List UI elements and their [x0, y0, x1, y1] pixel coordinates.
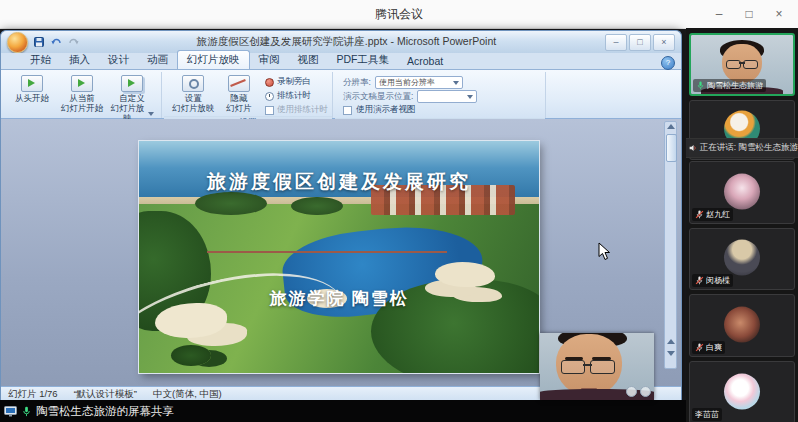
- overlay-control-icon: [626, 386, 637, 397]
- next-slide-button[interactable]: [666, 349, 675, 358]
- custom-slideshow-button[interactable]: 自定义 幻灯片放映: [107, 74, 157, 124]
- rehearse-timings-button[interactable]: 排练计时: [265, 90, 328, 102]
- presenter-view-checkbox[interactable]: 使用演示者视图: [343, 104, 537, 116]
- tab-animations[interactable]: 动画: [138, 51, 177, 69]
- slide[interactable]: 旅游度假区创建及发展研究 旅游学院 陶雪松: [139, 141, 539, 373]
- minimize-button[interactable]: –: [704, 0, 734, 28]
- save-icon[interactable]: [32, 35, 46, 49]
- office-button[interactable]: [7, 32, 28, 53]
- slide-subtitle: 旅游学院 陶雪松: [139, 287, 539, 310]
- mic-on-icon: [696, 81, 705, 90]
- participant-namebar: 白爽: [692, 341, 725, 354]
- participant-tile-tao[interactable]: 陶雪松生态旅游: [689, 33, 795, 96]
- scrollbar-thumb[interactable]: [666, 134, 677, 162]
- tab-view[interactable]: 视图: [289, 51, 328, 69]
- mic-muted-icon: [695, 343, 704, 352]
- ppt-close-button[interactable]: ×: [653, 34, 675, 51]
- avatar: [724, 173, 760, 209]
- speaking-indicator-icon: [689, 143, 697, 153]
- ppt-titlebar: 旅游度假区创建及发展研究学院讲座.pptx - Microsoft PowerP…: [1, 31, 681, 53]
- close-button[interactable]: ×: [764, 0, 794, 28]
- participant-namebar: 闵杨楪: [692, 274, 733, 287]
- monitor-icon: [4, 406, 17, 417]
- chevron-down-icon: [467, 95, 473, 99]
- tab-review[interactable]: 审阅: [250, 51, 289, 69]
- participant-tile-min[interactable]: 闵杨楪: [689, 228, 795, 290]
- tab-design[interactable]: 设计: [99, 51, 138, 69]
- avatar: [724, 373, 760, 409]
- speaking-banner: 正在讲话: 陶雪松生态旅游: [686, 138, 798, 158]
- redo-icon[interactable]: [66, 35, 80, 49]
- slide-number-indicator: 幻灯片 1/76: [8, 388, 58, 401]
- participant-tile-bai[interactable]: 白爽: [689, 294, 795, 357]
- glasses: [561, 360, 616, 371]
- meeting-titlebar: 腾讯会议 – □ ×: [0, 0, 798, 29]
- tab-home[interactable]: 开始: [21, 51, 60, 69]
- previous-slide-button[interactable]: [666, 337, 675, 346]
- maximize-button[interactable]: □: [734, 0, 764, 28]
- ribbon-tab-strip: 开始 插入 设计 动画 幻灯片放映 审阅 视图 PDF工具集 Acrobat ?: [1, 53, 681, 70]
- ribbon-group-start-slideshow: 从头开始 从当前 幻灯片开始 自定义 幻灯片放映 开始放映幻灯片: [3, 72, 162, 118]
- chevron-down-icon: [148, 112, 154, 116]
- slide-title: 旅游度假区创建及发展研究: [139, 169, 539, 195]
- mic-on-icon: [21, 406, 32, 417]
- design-template-indicator: “默认设计模板”: [74, 388, 137, 401]
- record-narration-button[interactable]: 录制旁白: [265, 76, 328, 88]
- slide-divider-line: [207, 251, 447, 253]
- show-on-label: 演示文稿显示位置:: [343, 91, 413, 103]
- share-banner-text: 陶雪松生态旅游的屏幕共享: [36, 404, 174, 419]
- record-icon: [265, 78, 274, 87]
- participant-namebar: 李苗苗: [692, 408, 722, 421]
- checkbox-icon: [343, 106, 352, 115]
- participant-tile-li[interactable]: 李苗苗: [689, 361, 795, 422]
- ppt-window-title: 旅游度假区创建及发展研究学院讲座.pptx - Microsoft PowerP…: [88, 35, 605, 49]
- ppt-minimize-button[interactable]: –: [605, 34, 627, 51]
- chevron-down-icon: [453, 81, 459, 85]
- clock-icon: [265, 92, 274, 101]
- ribbon: 从头开始 从当前 幻灯片开始 自定义 幻灯片放映 开始放映幻灯片: [1, 70, 681, 119]
- hide-slide-icon: [228, 75, 250, 92]
- participant-tile-zhao[interactable]: 赵九红: [689, 161, 795, 224]
- help-button[interactable]: ?: [661, 56, 675, 70]
- setup-slideshow-button[interactable]: 设置 幻灯片放映: [168, 74, 219, 115]
- slideshow-play-icon: [21, 75, 43, 92]
- checkbox-icon: [265, 106, 274, 115]
- scroll-up-icon: [667, 124, 675, 129]
- custom-slideshow-icon: [121, 75, 143, 92]
- tab-acrobat[interactable]: Acrobat: [398, 53, 452, 69]
- quick-access-toolbar: [32, 35, 80, 49]
- meeting-window-controls: – □ ×: [704, 0, 794, 28]
- avatar: [724, 240, 760, 276]
- ppt-restore-button[interactable]: □: [629, 34, 651, 51]
- language-indicator: 中文(简体, 中国): [153, 388, 222, 401]
- avatar: [724, 306, 760, 342]
- participant-namebar: 陶雪松生态旅游: [693, 79, 766, 92]
- resolution-dropdown[interactable]: 使用当前分辨率: [375, 76, 463, 89]
- ppt-window-controls: – □ ×: [605, 34, 675, 51]
- tab-pdf-tools[interactable]: PDF工具集: [328, 51, 399, 69]
- tab-slideshow[interactable]: 幻灯片放映: [177, 50, 250, 69]
- setup-slideshow-icon: [182, 75, 204, 92]
- use-timings-checkbox[interactable]: 使用排练计时: [265, 104, 328, 116]
- slideshow-current-icon: [71, 75, 93, 92]
- meeting-title: 腾讯会议: [375, 6, 423, 23]
- mic-muted-icon: [695, 210, 704, 219]
- screen-share-bar: 陶雪松生态旅游的屏幕共享: [0, 400, 686, 422]
- tab-insert[interactable]: 插入: [60, 51, 99, 69]
- participants-panel: 陶雪松生态旅游 正在讲话: 陶雪松生态旅游 赵九红: [686, 28, 798, 422]
- presenter-camera-overlay[interactable]: [540, 333, 654, 400]
- from-current-slide-button[interactable]: 从当前 幻灯片开始: [57, 74, 107, 115]
- mic-muted-icon: [695, 276, 704, 285]
- ribbon-group-monitors: 分辨率: 使用当前分辨率 演示文稿显示位置: 使用演示者视图: [335, 72, 546, 118]
- camera-overlay-controls[interactable]: [626, 386, 651, 397]
- overlay-control-icon: [640, 386, 651, 397]
- participant-namebar: 赵九红: [692, 208, 733, 221]
- hide-slide-button[interactable]: 隐藏 幻灯片: [219, 74, 259, 115]
- mouse-cursor: [598, 242, 611, 261]
- ribbon-group-setup: 设置 幻灯片放映 隐藏 幻灯片 录制旁白 排练计时: [164, 72, 333, 118]
- from-beginning-button[interactable]: 从头开始: [7, 74, 57, 105]
- undo-icon[interactable]: [49, 35, 63, 49]
- vertical-scrollbar[interactable]: [664, 121, 677, 369]
- show-on-dropdown[interactable]: [417, 90, 477, 103]
- resolution-label: 分辨率:: [343, 77, 371, 89]
